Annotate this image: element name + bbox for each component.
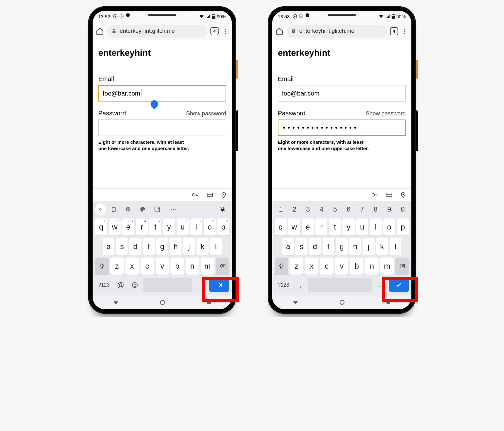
numkey-3[interactable]: 3 [301,203,315,216]
key-x[interactable]: x [125,258,139,275]
mic-off-icon[interactable] [216,204,229,215]
key-l[interactable]: l [210,238,222,255]
emoji-key[interactable] [129,277,141,293]
period-key[interactable]: . [194,277,206,293]
tabs-button[interactable]: 4 [210,27,219,35]
show-password-link[interactable]: Show password [366,110,406,117]
numkey-5[interactable]: 5 [328,203,342,216]
card-icon[interactable] [206,192,214,198]
key-c[interactable]: c [320,258,334,275]
nav-back-icon[interactable] [292,299,299,306]
home-icon[interactable] [96,27,104,35]
more-icon[interactable] [167,204,180,215]
power-button[interactable] [416,60,418,79]
key-n[interactable]: n [186,258,199,275]
key-s[interactable]: s [116,238,128,255]
palette-icon[interactable] [136,204,149,215]
key-a[interactable]: a [282,238,294,255]
key-r[interactable]: r4 [136,218,148,236]
key-j[interactable]: j [363,238,375,255]
nav-recent-icon[interactable] [386,300,391,305]
symbols-key[interactable]: ?123 [95,277,113,293]
key-h[interactable]: h [349,238,361,255]
key-y[interactable]: y6 [163,218,175,236]
more-icon[interactable] [222,28,229,35]
card-icon[interactable] [386,192,393,198]
email-field[interactable]: foo@bar.com [278,85,406,102]
key-k[interactable]: k [197,238,209,255]
key-d[interactable]: d [309,238,321,255]
key-g[interactable]: g [156,238,168,255]
email-field[interactable]: foo@bar.com [98,85,226,102]
clipboard-icon[interactable] [107,204,120,215]
key-c[interactable]: c [140,258,154,275]
key-r[interactable]: r [315,218,327,236]
backspace-key[interactable] [216,258,229,275]
spacebar[interactable] [308,278,372,292]
key-u[interactable]: u [356,218,368,236]
spacebar[interactable] [143,278,192,292]
key-k[interactable]: k [376,238,388,255]
backspace-key[interactable] [395,258,409,275]
key-j[interactable]: j [183,238,195,255]
shift-key[interactable] [95,258,109,275]
key-e[interactable]: e3 [122,218,134,236]
nav-home-icon[interactable] [159,299,166,306]
address-bar[interactable]: enterkeyhint.glitch.me [287,25,387,38]
numkey-9[interactable]: 9 [382,203,396,216]
key-i[interactable]: i8 [190,218,202,236]
key-q[interactable]: q1 [95,218,107,236]
key-y[interactable]: y [342,218,354,236]
key-f[interactable]: f [323,238,335,255]
numkey-8[interactable]: 8 [369,203,382,216]
key-u[interactable]: u7 [177,218,189,236]
nav-recent-icon[interactable] [206,300,212,305]
numkey-7[interactable]: 7 [355,203,369,216]
key-t[interactable]: t5 [149,218,161,236]
power-button[interactable] [236,60,238,79]
key-o[interactable]: o [383,218,395,236]
key-d[interactable]: d [129,238,141,255]
numkey-1[interactable]: 1 [274,203,288,216]
sticker-icon[interactable] [151,204,164,215]
back-icon[interactable] [95,204,106,215]
comma-key[interactable]: , [294,277,306,293]
key-x[interactable]: x [305,258,318,275]
key-icon[interactable] [191,192,199,198]
home-icon[interactable] [275,27,284,35]
key-m[interactable]: m [201,258,214,275]
enter-done-key[interactable] [389,278,409,292]
key-f[interactable]: f [143,238,155,255]
key-w[interactable]: w2 [109,218,121,236]
key-z[interactable]: z [290,258,303,275]
key-p[interactable]: p [397,218,409,236]
nav-back-icon[interactable] [113,299,119,306]
key-n[interactable]: n [365,258,379,275]
password-field[interactable] [98,119,226,136]
numkey-2[interactable]: 2 [288,203,301,216]
numkey-0[interactable]: 0 [396,203,410,216]
location-icon[interactable] [400,191,406,199]
shift-key[interactable] [275,258,288,275]
location-icon[interactable] [220,191,227,199]
key-h[interactable]: h [170,238,182,255]
key-i[interactable]: i [370,218,382,236]
volume-button[interactable] [416,110,418,151]
key-p[interactable]: p0 [217,218,229,236]
key-w[interactable]: w [288,218,300,236]
key-e[interactable]: e [302,218,314,236]
enter-next-key[interactable] [209,278,229,292]
key-g[interactable]: g [336,238,348,255]
address-bar[interactable]: enterkeyhint.glitch.me [107,25,207,38]
key-q[interactable]: q [275,218,287,236]
gear-icon[interactable] [122,204,135,215]
key-l[interactable]: l [390,238,402,255]
key-o[interactable]: o9 [204,218,216,236]
show-password-link[interactable]: Show password [186,110,226,117]
period-key[interactable]: . [373,277,386,293]
at-key[interactable]: @ [114,277,127,293]
key-z[interactable]: z [110,258,124,275]
nav-home-icon[interactable] [339,299,345,306]
key-s[interactable]: s [295,238,307,255]
numkey-6[interactable]: 6 [342,203,355,216]
